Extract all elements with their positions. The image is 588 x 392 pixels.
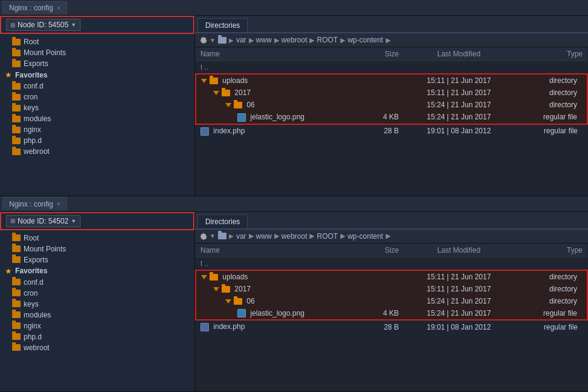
file-modified: 15:11 | 21 Jun 2017 [404, 270, 514, 283]
sidebar-item-conf.d[interactable]: conf.d [0, 277, 194, 288]
sidebar-item-favorites[interactable]: ★Favorites [0, 265, 194, 277]
sidebar-item-mount-points[interactable]: Mount Points [0, 47, 194, 58]
sidebar-item-exports[interactable]: Exports [0, 254, 194, 265]
folder-icon [12, 39, 21, 45]
panel-tab[interactable]: Nginx : config× [2, 197, 67, 210]
gear-button[interactable] [200, 233, 207, 240]
table-row[interactable]: 0615:24 | 21 Jun 2017directory [196, 99, 587, 111]
table-row[interactable]: 201715:11 | 21 Jun 2017directory [196, 87, 587, 99]
sidebar-item-webroot[interactable]: webroot [0, 146, 194, 157]
sidebar-item-nginx[interactable]: nginx [0, 321, 194, 331]
sidebar-item-modules[interactable]: modules [0, 113, 194, 124]
table-row[interactable]: uploads15:11 | 21 Jun 2017directory [196, 74, 587, 87]
column-header-name[interactable]: Name [196, 47, 366, 61]
breadcrumb-sep: ▶ [340, 232, 345, 240]
file-name: uploads [196, 270, 366, 283]
column-header-size[interactable]: Size [366, 244, 404, 257]
dir-tab-bar: Directories [195, 16, 588, 33]
sidebar-item-label: cron [24, 93, 38, 101]
table-row[interactable]: jelastic_logo.png4 KB15:24 | 21 Jun 2017… [196, 307, 587, 321]
expand-icon[interactable] [213, 287, 219, 291]
column-header-size[interactable]: Size [366, 47, 404, 61]
file-name: 06 [196, 295, 366, 307]
sidebar-item-exports[interactable]: Exports [0, 58, 194, 69]
node-id-selector[interactable]: ⊞Node ID: 54505▼ [6, 19, 81, 31]
file-size [366, 61, 404, 75]
expand-icon[interactable] [201, 79, 207, 83]
sidebar-item-nginx[interactable]: nginx [0, 124, 194, 135]
sidebar: ⊞Node ID: 54505▼RootMount PointsExports★… [0, 16, 195, 196]
node-id-label: Node ID: 54502 [18, 217, 68, 225]
breadcrumb-item[interactable]: ROOT [317, 36, 338, 44]
node-dropdown-arrow[interactable]: ▼ [71, 22, 76, 28]
folder-icon [12, 61, 21, 67]
breadcrumb-item[interactable]: www [256, 36, 272, 44]
table-row[interactable]: uploads15:11 | 21 Jun 2017directory [196, 270, 587, 283]
folder-icon [12, 322, 21, 329]
sidebar-item-cron[interactable]: cron [0, 288, 194, 299]
table-row[interactable]: 0615:24 | 21 Jun 2017directory [196, 295, 587, 307]
entry-name: index.php [211, 322, 245, 331]
folder-icon [12, 333, 21, 340]
panel-tab-label: Nginx : config [9, 200, 53, 208]
folder-icon [12, 311, 21, 318]
sidebar-item-keys[interactable]: keys [0, 299, 194, 310]
breadcrumb-item[interactable]: webroot [282, 36, 308, 44]
node-id-selector[interactable]: ⊞Node ID: 54502▼ [6, 215, 81, 227]
breadcrumb-item[interactable]: wp-content [348, 232, 383, 241]
table-row[interactable]: jelastic_logo.png4 KB15:24 | 21 Jun 2017… [196, 111, 587, 124]
sidebar-item-favorites[interactable]: ★Favorites [0, 69, 194, 81]
panel-tab-close[interactable]: × [57, 201, 61, 207]
expand-icon[interactable] [225, 299, 231, 304]
sidebar-item-mount-points[interactable]: Mount Points [0, 244, 194, 254]
sidebar-item-label: conf.d [24, 82, 44, 90]
table-row[interactable]: t .. [196, 61, 587, 75]
table-row[interactable]: t .. [196, 257, 587, 270]
expand-icon[interactable] [201, 275, 207, 279]
directories-tab[interactable]: Directories [197, 18, 248, 32]
sidebar-item-modules[interactable]: modules [0, 310, 194, 321]
file-modified: 15:24 | 21 Jun 2017 [404, 295, 514, 307]
column-header-type[interactable]: Type [514, 47, 587, 61]
panel-tab-close[interactable]: × [57, 5, 61, 12]
column-header-last-modified[interactable]: Last Modified [404, 47, 514, 61]
breadcrumb-item[interactable]: wp-content [348, 36, 383, 44]
sidebar-item-root[interactable]: Root [0, 36, 194, 47]
sidebar-item-label: modules [24, 311, 51, 319]
table-row[interactable]: index.php28 B19:01 | 08 Jan 2012regular … [196, 124, 587, 138]
breadcrumb-item[interactable]: ROOT [317, 232, 338, 241]
file-size: 4 KB [366, 111, 404, 124]
table-row[interactable]: 201715:11 | 21 Jun 2017directory [196, 283, 587, 295]
file-size: 28 B [366, 320, 404, 333]
column-header-last-modified[interactable]: Last Modified [404, 244, 514, 257]
breadcrumb-item[interactable]: www [256, 232, 272, 241]
sidebar-item-keys[interactable]: keys [0, 102, 194, 113]
breadcrumb-item[interactable]: var [236, 36, 246, 44]
panel-tab[interactable]: Nginx : config× [2, 1, 67, 15]
breadcrumb-item[interactable]: var [236, 232, 246, 241]
file-size [366, 295, 404, 307]
breadcrumb-bar: ▼ ▶ var ▶ www ▶ webroot ▶ ROOT ▶ wp-cont… [195, 230, 588, 244]
column-header-name[interactable]: Name [196, 244, 366, 257]
file-name: uploads [196, 74, 366, 87]
sidebar-item-php.d[interactable]: php.d [0, 331, 194, 342]
expand-icon[interactable] [225, 103, 231, 107]
directories-tab[interactable]: Directories [197, 214, 248, 228]
sidebar-item-root[interactable]: Root [0, 233, 194, 244]
breadcrumb-item[interactable]: webroot [282, 232, 308, 241]
panel-content: ⊞Node ID: 54505▼RootMount PointsExports★… [0, 16, 588, 196]
sidebar-item-cron[interactable]: cron [0, 91, 194, 102]
gear-button[interactable] [200, 36, 207, 44]
sidebar-item-webroot[interactable]: webroot [0, 342, 194, 353]
sidebar-item-conf.d[interactable]: conf.d [0, 81, 194, 91]
column-header-type[interactable]: Type [514, 244, 587, 257]
breadcrumb-dropdown-arrow[interactable]: ▼ [210, 37, 216, 44]
file-name: t .. [196, 61, 366, 75]
breadcrumb-dropdown-arrow[interactable]: ▼ [210, 233, 216, 239]
node-dropdown-arrow[interactable]: ▼ [71, 218, 76, 224]
expand-icon[interactable] [213, 91, 219, 95]
sidebar-item-php.d[interactable]: php.d [0, 135, 194, 146]
breadcrumb-sep-end: ▶ [386, 232, 391, 240]
file-modified: 15:24 | 21 Jun 2017 [404, 99, 514, 111]
table-row[interactable]: index.php28 B19:01 | 08 Jan 2012regular … [196, 320, 587, 333]
